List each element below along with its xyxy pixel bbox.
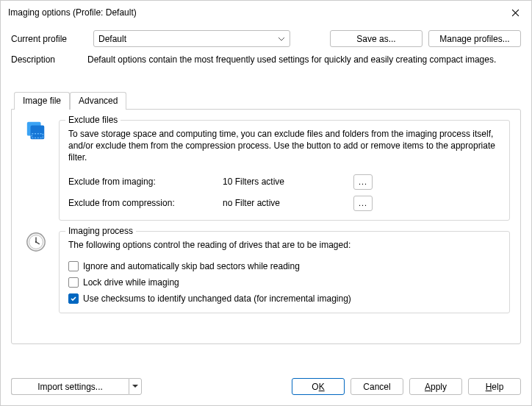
apply-label: Apply [425,382,447,392]
svg-point-7 [35,241,37,242]
dialog-footer: Import settings... OK Cancel Apply Help [1,369,531,405]
import-settings-dropdown[interactable] [129,378,142,395]
close-button[interactable] [499,1,531,24]
exclude-compression-row: Exclude from compression: no Filter acti… [68,196,500,211]
save-as-button[interactable]: Save as... [330,30,423,47]
exclude-imaging-label: Exclude from imaging: [68,177,223,187]
cancel-label: Cancel [363,382,390,392]
description-label: Description [11,54,87,65]
imaging-process-section: Imaging process The following options co… [22,231,510,313]
exclude-imaging-edit-button[interactable]: ... [353,174,373,190]
files-icon [25,120,47,142]
close-icon [511,9,520,17]
exclude-compression-label: Exclude from compression: [68,198,223,208]
description-row: Description Default options contain the … [11,54,521,65]
ok-label: OK [312,382,324,392]
exclude-compression-value: no Filter active [223,198,353,208]
save-as-label: Save as... [356,34,395,44]
ellipsis-icon: ... [359,199,367,207]
manage-profiles-label: Manage profiles... [439,34,509,44]
import-settings-label: Import settings... [37,382,103,392]
ellipsis-icon: ... [359,177,367,186]
import-settings-button[interactable]: Import settings... [11,378,129,395]
current-profile-label: Current profile [11,34,87,44]
tab-row: Image file Advanced [11,91,521,109]
clock-icon [25,231,47,253]
checkbox-label: Lock drive while imaging [83,277,179,288]
ok-button[interactable]: OK [292,378,345,395]
apply-button[interactable]: Apply [409,378,462,395]
checkbox-lock-drive[interactable]: Lock drive while imaging [68,277,500,288]
exclude-files-legend: Exclude files [65,115,121,125]
cancel-button[interactable]: Cancel [351,378,403,395]
help-label: Help [486,382,504,392]
tab-image-file-label: Image file [23,96,61,106]
tabs-container: Image file Advanced Exclude files To sav [11,91,521,344]
checkbox-icon [68,261,79,271]
checkbox-use-checksums[interactable]: Use checksums to identify unchanged data… [68,293,500,304]
imaging-process-icon-wrap [22,231,50,313]
exclude-imaging-row: Exclude from imaging: 10 Filters active … [68,174,500,190]
description-text: Default options contain the most frequen… [87,54,496,65]
checkbox-label: Ignore and automatically skip bad sector… [83,261,300,271]
profile-row: Current profile Default Save as... Manag… [11,30,521,47]
tab-advanced[interactable]: Advanced [70,92,126,110]
tab-image-file[interactable]: Image file [14,92,70,110]
check-icon [70,295,77,302]
checkbox-icon-checked [68,293,79,304]
tab-panel-advanced: Exclude files To save storage space and … [11,109,521,344]
window-title: Imaging options (Profile: Default) [8,7,137,18]
dialog-window: Imaging options (Profile: Default) Curre… [0,0,532,406]
chevron-down-icon [278,37,285,41]
exclude-compression-edit-button[interactable]: ... [353,196,373,211]
exclude-files-intro: To save storage space and computing time… [68,128,500,164]
svg-rect-1 [31,126,45,140]
tab-advanced-label: Advanced [79,96,118,106]
profile-select[interactable]: Default [93,30,290,47]
help-button[interactable]: Help [468,378,521,395]
imaging-process-legend: Imaging process [65,226,136,236]
dialog-body: Current profile Default Save as... Manag… [1,24,531,369]
caret-down-icon [132,385,138,388]
imaging-process-intro: The following options control the readin… [68,239,500,251]
checkbox-icon [68,277,79,288]
manage-profiles-button[interactable]: Manage profiles... [428,30,521,47]
exclude-files-fieldset: Exclude files To save storage space and … [59,120,510,221]
imaging-process-fieldset: Imaging process The following options co… [59,231,510,313]
exclude-imaging-value: 10 Filters active [223,177,353,187]
exclude-files-section: Exclude files To save storage space and … [22,120,510,221]
profile-selected-value: Default [98,34,126,44]
checkbox-skip-bad-sectors[interactable]: Ignore and automatically skip bad sector… [68,261,500,271]
checkbox-label: Use checksums to identify unchanged data… [83,293,351,304]
exclude-files-icon-wrap [22,120,50,221]
import-settings-split-button: Import settings... [11,378,142,395]
titlebar: Imaging options (Profile: Default) [1,1,531,24]
